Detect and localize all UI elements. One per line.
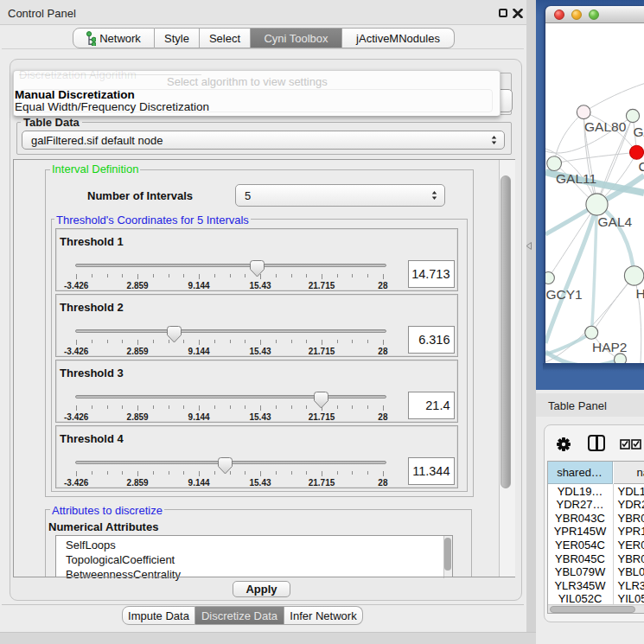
svg-text:GAL11: GAL11 <box>556 171 596 186</box>
svg-text:GA: GA <box>634 124 644 139</box>
svg-text:H: H <box>636 286 644 301</box>
svg-text:GAL80: GAL80 <box>584 119 627 134</box>
svg-text:GCY1: GCY1 <box>546 287 583 302</box>
svg-text:C: C <box>639 159 644 174</box>
svg-text:GAL4: GAL4 <box>598 214 633 229</box>
svg-text:HAP2: HAP2 <box>592 340 628 354</box>
